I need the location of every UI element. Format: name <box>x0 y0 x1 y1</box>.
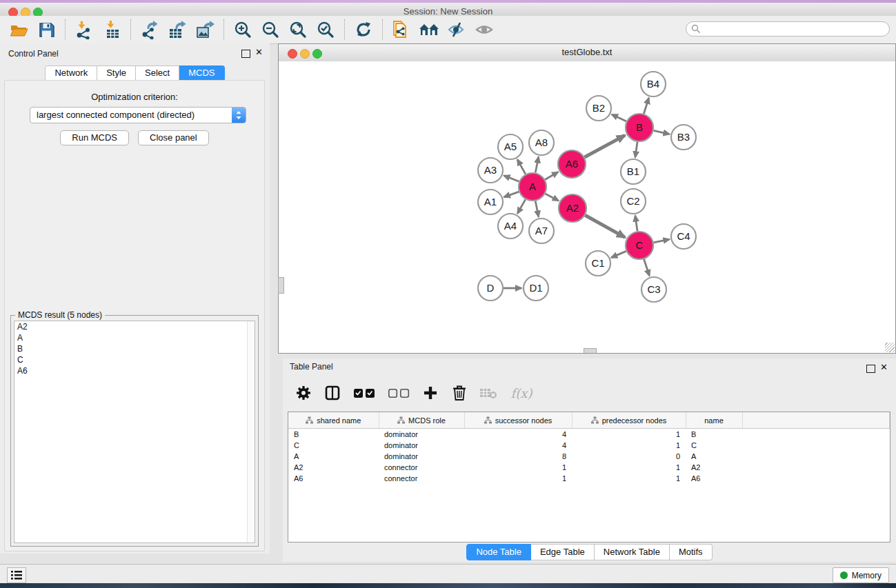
column-header-name[interactable]: name <box>686 412 742 429</box>
node-A4[interactable]: A4 <box>498 214 523 239</box>
delete-row-button[interactable] <box>450 383 469 403</box>
close-panel-icon[interactable]: ✕ <box>255 47 263 57</box>
memory-button[interactable]: Memory <box>833 567 889 583</box>
tab-style[interactable]: Style <box>97 65 136 81</box>
search-input[interactable] <box>686 21 890 37</box>
add-row-button[interactable] <box>421 383 440 403</box>
edge-A-A8[interactable] <box>535 157 539 173</box>
cell-shared_name[interactable]: C <box>288 440 379 451</box>
zoom-in-button[interactable] <box>229 19 257 41</box>
cell-mcds_role[interactable]: dominator <box>379 451 464 462</box>
first-neighbors-button[interactable] <box>415 19 443 41</box>
export-network-button[interactable] <box>136 19 163 41</box>
cell-name[interactable]: C <box>686 440 742 451</box>
cell-predecessor[interactable]: 1 <box>572 462 686 473</box>
cell-predecessor[interactable]: 1 <box>572 473 686 484</box>
new-network-from-selection-button[interactable] <box>388 19 415 41</box>
cell-name[interactable]: A2 <box>686 462 742 473</box>
mcds-result-item[interactable]: A <box>14 332 255 343</box>
export-table-button[interactable] <box>163 19 191 41</box>
table-row[interactable]: A6connector11A6 <box>288 473 890 484</box>
edge-C-C4[interactable] <box>654 239 670 243</box>
column-selector-button[interactable] <box>323 383 342 403</box>
node-A[interactable]: A <box>519 173 546 201</box>
close-panel-icon[interactable]: ✕ <box>880 362 888 372</box>
edge-B-B2[interactable] <box>612 114 626 121</box>
node-C1[interactable]: C1 <box>586 251 610 276</box>
cell-mcds_role[interactable]: dominator <box>379 440 464 451</box>
mcds-result-item[interactable]: B <box>14 343 255 354</box>
cell-shared_name[interactable]: A6 <box>288 473 379 484</box>
column-header-successor-nodes[interactable]: successor nodes <box>464 412 572 429</box>
tab-mcds[interactable]: MCDS <box>179 65 224 81</box>
edge-A6-B[interactable] <box>584 135 624 157</box>
tab-network-table[interactable]: Network Table <box>595 544 670 560</box>
table-row[interactable]: Adominator80A <box>288 451 890 462</box>
tab-edge-table[interactable]: Edge Table <box>531 544 595 560</box>
cell-predecessor[interactable]: 1 <box>572 429 686 440</box>
float-panel-icon[interactable] <box>241 50 250 58</box>
zoom-fit-button[interactable] <box>284 19 312 41</box>
mcds-result-item[interactable]: A2 <box>14 321 255 332</box>
cell-predecessor[interactable]: 1 <box>572 440 686 451</box>
zoom-selected-button[interactable] <box>312 19 339 41</box>
delete-table-button[interactable] <box>479 383 498 403</box>
tab-node-table[interactable]: Node Table <box>466 544 531 560</box>
cell-successor[interactable]: 1 <box>464 473 572 484</box>
run-mcds-button[interactable]: Run MCDS <box>60 130 129 145</box>
node-D[interactable]: D <box>478 276 503 301</box>
edge-C-C3[interactable] <box>644 259 650 276</box>
node-B4[interactable]: B4 <box>641 72 666 97</box>
edge-B-B4[interactable] <box>644 98 648 114</box>
column-header-shared-name[interactable]: shared name <box>288 412 379 429</box>
edge-A-A6[interactable] <box>545 172 558 180</box>
node-A3[interactable]: A3 <box>478 158 503 183</box>
cell-name[interactable]: B <box>686 429 742 440</box>
float-panel-icon[interactable] <box>866 365 875 373</box>
apply-layout-button[interactable] <box>350 19 377 41</box>
column-header-MCDS-role[interactable]: MCDS role <box>379 412 464 429</box>
cell-successor[interactable]: 4 <box>464 429 572 440</box>
cell-mcds_role[interactable]: connector <box>379 462 464 473</box>
table-row[interactable]: A2connector11A2 <box>288 462 890 473</box>
save-session-button[interactable] <box>32 19 60 41</box>
edge-C-C1[interactable] <box>611 251 626 257</box>
cell-mcds_role[interactable]: dominator <box>379 429 464 440</box>
cell-name[interactable]: A <box>686 451 742 462</box>
edge-B-B3[interactable] <box>654 130 670 134</box>
cell-shared_name[interactable]: A2 <box>288 462 379 473</box>
cell-name[interactable]: A6 <box>686 473 742 484</box>
node-C2[interactable]: C2 <box>621 189 646 214</box>
node-A5[interactable]: A5 <box>498 134 523 159</box>
node-A6[interactable]: A6 <box>558 150 586 178</box>
node-C4[interactable]: C4 <box>671 224 696 249</box>
node-B[interactable]: B <box>626 114 653 141</box>
tab-select[interactable]: Select <box>136 65 179 81</box>
close-panel-button[interactable]: Close panel <box>138 130 209 145</box>
zoom-out-button[interactable] <box>257 19 284 41</box>
edge-A-A7[interactable] <box>535 201 539 217</box>
hide-selected-button[interactable] <box>443 19 470 41</box>
tab-motifs[interactable]: Motifs <box>670 544 713 560</box>
edge-A-A3[interactable] <box>504 176 519 182</box>
import-table-button[interactable] <box>98 19 126 41</box>
deselect-all-button[interactable] <box>386 383 411 403</box>
tab-network[interactable]: Network <box>45 65 97 81</box>
edge-A2-C[interactable] <box>585 215 625 237</box>
edge-B-B1[interactable] <box>635 142 637 157</box>
show-all-button[interactable] <box>470 19 498 41</box>
node-B3[interactable]: B3 <box>671 125 696 150</box>
horizontal-scrollbar-thumb[interactable] <box>584 348 597 353</box>
mcds-result-item[interactable]: C <box>14 354 255 365</box>
import-network-button[interactable] <box>70 19 98 41</box>
node-D1[interactable]: D1 <box>524 276 548 301</box>
table-row[interactable]: Cdominator41C <box>288 440 890 451</box>
mcds-result-item[interactable]: A6 <box>14 365 255 376</box>
vertical-scrollbar-thumb[interactable] <box>278 277 284 294</box>
cell-successor[interactable]: 8 <box>464 451 572 462</box>
cell-successor[interactable]: 4 <box>464 440 572 451</box>
table-row[interactable]: Bdominator41B <box>288 429 890 440</box>
window-resize-grip[interactable] <box>885 343 895 352</box>
cell-shared_name[interactable]: B <box>288 429 379 440</box>
node-C3[interactable]: C3 <box>641 277 666 302</box>
